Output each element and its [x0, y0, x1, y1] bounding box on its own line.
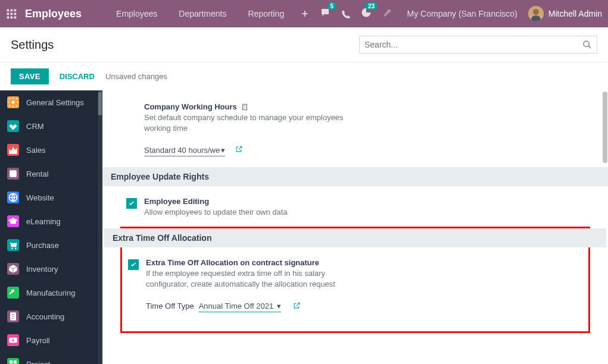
gear-icon: [7, 96, 19, 108]
timeoff-type-label: Time Off Type: [146, 302, 194, 310]
sidebar-item-payroll[interactable]: Payroll: [0, 328, 102, 352]
working-hours-title: Company Working Hours: [144, 102, 237, 111]
sidebar-item-label: Sales: [26, 146, 46, 155]
sidebar-item-project[interactable]: Project: [0, 352, 102, 364]
sidebar-item-label: Website: [26, 193, 54, 202]
nav-right: My Company (San Francisco) Mitchell Admi…: [407, 6, 602, 21]
svg-point-16: [11, 248, 13, 250]
sidebar-scrollbar[interactable]: [98, 90, 102, 364]
sidebar-item-label: Payroll: [26, 336, 50, 345]
highlight-extra-timeoff: Extra Time Off Allocation Extra Time Off…: [120, 227, 590, 333]
doc-icon: [7, 310, 19, 322]
chart-icon: [7, 144, 19, 156]
sidebar-item-crm[interactable]: CRM: [0, 114, 102, 138]
sidebar-item-sales[interactable]: Sales: [0, 138, 102, 162]
svg-rect-21: [10, 360, 13, 363]
tools-icon[interactable]: [382, 9, 392, 18]
nav-departments[interactable]: Departments: [168, 9, 237, 18]
action-bar: SAVE DISCARD Unsaved changes: [0, 62, 608, 90]
svg-rect-4: [11, 13, 13, 15]
svg-rect-1: [11, 10, 13, 12]
extra-alloc-desc: If the employee requested extra time off…: [146, 268, 348, 290]
svg-point-12: [584, 41, 589, 46]
check-icon: [130, 261, 137, 268]
svg-rect-5: [14, 13, 17, 15]
box-icon: [7, 263, 19, 275]
nav-toolbar: 5 23: [301, 7, 392, 20]
search-box[interactable]: [359, 36, 597, 54]
search-input[interactable]: [364, 40, 582, 49]
building-icon: [241, 103, 249, 111]
setting-working-hours: Company Working Hours Set default compan…: [120, 102, 590, 156]
sidebar-item-elearning[interactable]: eLearning: [0, 209, 102, 233]
svg-rect-8: [14, 17, 17, 19]
extra-alloc-checkbox[interactable]: [128, 259, 139, 270]
svg-rect-3: [7, 13, 10, 15]
setting-extra-alloc: Extra Time Off Allocation on contract si…: [122, 258, 588, 312]
search-icon[interactable]: [582, 40, 592, 49]
working-hours-select[interactable]: Standard 40 hours/we▾: [144, 145, 225, 156]
messages-icon[interactable]: 5: [320, 7, 330, 20]
plus-icon[interactable]: [301, 10, 309, 18]
svg-rect-24: [242, 104, 247, 109]
save-button[interactable]: SAVE: [11, 68, 49, 84]
employee-editing-desc: Allow employees to update their own data: [144, 207, 288, 218]
user-menu[interactable]: Mitchell Admin: [528, 6, 602, 21]
employee-editing-checkbox[interactable]: [126, 198, 137, 209]
main: General Settings CRM Sales Rental Websit…: [0, 90, 608, 364]
working-hours-desc: Set default company schedule to manage y…: [144, 112, 347, 134]
svg-point-13: [12, 101, 15, 104]
sidebar-item-manufacturing[interactable]: Manufacturing: [0, 281, 102, 305]
timeoff-type-select[interactable]: Annual Time Off 2021 ▾: [199, 300, 281, 312]
sidebar-item-inventory[interactable]: Inventory: [0, 257, 102, 281]
cart-icon: [7, 239, 19, 251]
activities-badge: 23: [365, 2, 378, 10]
money-icon: [7, 334, 19, 346]
svg-point-17: [15, 248, 17, 250]
sidebar-item-label: eLearning: [26, 217, 61, 226]
settings-header: Settings: [0, 27, 608, 62]
svg-rect-0: [7, 10, 10, 12]
sidebar-item-label: General Settings: [26, 98, 84, 107]
sidebar-item-general[interactable]: General Settings: [0, 90, 102, 114]
unsaved-label: Unsaved changes: [105, 72, 167, 81]
svg-point-10: [533, 9, 539, 15]
discard-button[interactable]: DISCARD: [60, 72, 95, 81]
sidebar-item-label: Inventory: [26, 265, 58, 274]
nav-employees[interactable]: Employees: [105, 9, 168, 18]
section-update-rights: Employee Update Rights: [102, 167, 608, 186]
avatar: [528, 6, 544, 21]
messages-badge: 5: [328, 2, 337, 10]
key-icon: [7, 168, 19, 180]
section-extra-timeoff: Extra Time Off Allocation: [104, 228, 606, 247]
globe-icon: [7, 192, 19, 203]
company-selector[interactable]: My Company (San Francisco): [407, 9, 517, 18]
activities-icon[interactable]: 23: [361, 7, 372, 20]
settings-sidebar: General Settings CRM Sales Rental Websit…: [0, 90, 102, 364]
sidebar-item-rental[interactable]: Rental: [0, 162, 102, 186]
external-link-icon[interactable]: [293, 302, 301, 311]
sidebar-item-label: Accounting: [26, 312, 64, 321]
content-area: Company Working Hours Set default compan…: [102, 90, 608, 364]
sidebar-item-accounting[interactable]: Accounting: [0, 305, 102, 328]
external-link-icon[interactable]: [235, 145, 243, 155]
sidebar-item-website[interactable]: Website: [0, 186, 102, 209]
svg-rect-7: [11, 17, 13, 19]
task-icon: [7, 358, 19, 364]
sidebar-item-label: Manufacturing: [26, 288, 75, 297]
caret-down-icon: ▾: [277, 302, 281, 310]
nav-reporting[interactable]: Reporting: [237, 9, 295, 18]
extra-alloc-title: Extra Time Off Allocation on contract si…: [146, 258, 348, 267]
apps-icon[interactable]: [6, 8, 17, 19]
handshake-icon: [7, 120, 19, 132]
content-scrollbar[interactable]: [602, 90, 608, 364]
user-name: Mitchell Admin: [548, 9, 602, 18]
grad-icon: [7, 215, 19, 227]
phone-icon[interactable]: [341, 10, 350, 18]
sidebar-item-purchase[interactable]: Purchase: [0, 233, 102, 257]
brand-title[interactable]: Employees: [25, 8, 82, 20]
svg-rect-22: [14, 360, 17, 363]
wrench-icon: [7, 287, 19, 299]
top-navbar: Employees Employees Departments Reportin…: [0, 0, 608, 27]
svg-rect-14: [10, 170, 17, 177]
